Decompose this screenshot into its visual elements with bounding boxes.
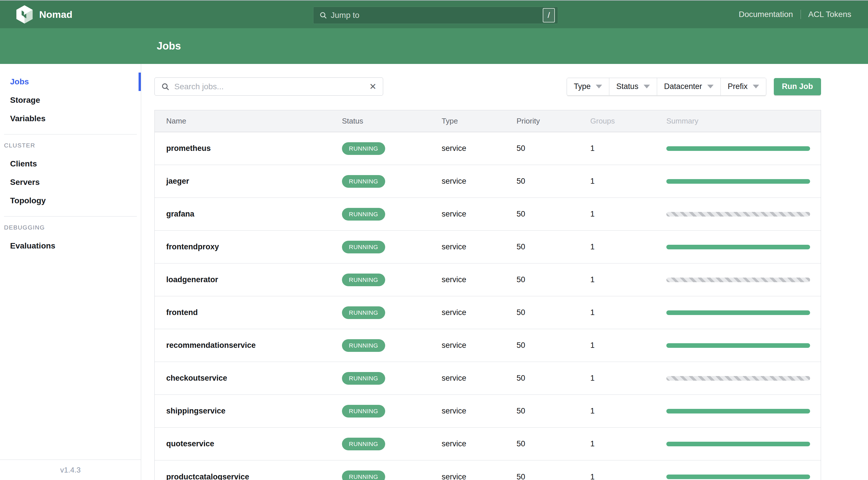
job-row-recommendationservice[interactable]: recommendationserviceRUNNINGservice501 — [155, 329, 821, 362]
job-priority: 50 — [517, 144, 590, 153]
job-priority: 50 — [517, 439, 590, 448]
job-groups: 1 — [590, 308, 666, 317]
documentation-link[interactable]: Documentation — [739, 10, 793, 19]
job-type: service — [442, 275, 517, 284]
job-row-loadgenerator[interactable]: loadgeneratorRUNNINGservice501 — [155, 263, 821, 296]
sidebar-item-storage[interactable]: Storage — [0, 91, 141, 109]
job-row-checkoutservice[interactable]: checkoutserviceRUNNINGservice501 — [155, 362, 821, 395]
job-summary-cell — [666, 245, 821, 249]
summary-bar — [666, 245, 810, 249]
job-row-productcatalogservice[interactable]: productcatalogserviceRUNNINGservice501 — [155, 460, 821, 480]
job-status-cell: RUNNING — [342, 339, 442, 352]
filter-prefix-dropdown[interactable]: Prefix — [720, 78, 766, 95]
summary-bar — [666, 146, 810, 151]
links-divider — [801, 10, 801, 19]
filter-datacenter-dropdown[interactable]: Datacenter — [657, 78, 720, 95]
summary-bar — [666, 409, 810, 414]
job-groups: 1 — [590, 439, 666, 448]
sidebar: JobsStorageVariablesCLUSTERClientsServer… — [0, 64, 141, 480]
status-badge: RUNNING — [342, 307, 385, 319]
status-badge: RUNNING — [342, 175, 385, 188]
job-groups: 1 — [590, 407, 666, 416]
column-header-status[interactable]: Status — [342, 117, 442, 126]
job-row-quoteservice[interactable]: quoteserviceRUNNINGservice501 — [155, 427, 821, 460]
nomad-logo-icon — [16, 5, 33, 24]
filter-type-dropdown[interactable]: Type — [567, 78, 609, 95]
sidebar-item-clients[interactable]: Clients — [0, 155, 141, 173]
job-name: shippingservice — [166, 407, 342, 416]
job-summary-cell — [666, 278, 821, 282]
job-row-jaeger[interactable]: jaegerRUNNINGservice501 — [155, 165, 821, 198]
job-status-cell: RUNNING — [342, 241, 442, 253]
status-badge: RUNNING — [342, 241, 385, 253]
job-summary-cell — [666, 179, 821, 184]
job-row-frontendproxy[interactable]: frontendproxyRUNNINGservice501 — [155, 231, 821, 263]
table-body: prometheusRUNNINGservice501jaegerRUNNING… — [155, 132, 821, 480]
brand-name: Nomad — [39, 9, 72, 20]
job-status-cell: RUNNING — [342, 208, 442, 221]
job-status-cell: RUNNING — [342, 372, 442, 385]
job-status-cell: RUNNING — [342, 274, 442, 286]
column-header-summary: Summary — [666, 117, 821, 126]
top-links: Documentation ACL Tokens — [739, 10, 851, 19]
brand-home-link[interactable]: Nomad — [16, 5, 72, 24]
sidebar-item-evaluations[interactable]: Evaluations — [0, 237, 141, 255]
jobs-search-box[interactable]: ✕ — [154, 77, 383, 96]
job-row-shippingservice[interactable]: shippingserviceRUNNINGservice501 — [155, 395, 821, 427]
job-row-grafana[interactable]: grafanaRUNNINGservice501 — [155, 198, 821, 231]
main-content: ✕ TypeStatusDatacenterPrefix Run Job Nam… — [141, 64, 868, 480]
job-groups: 1 — [590, 275, 666, 284]
filter-status-dropdown[interactable]: Status — [609, 78, 657, 95]
active-indicator — [138, 72, 141, 91]
status-badge: RUNNING — [342, 405, 385, 418]
filter-group: TypeStatusDatacenterPrefix — [567, 78, 766, 96]
sidebar-item-variables[interactable]: Variables — [0, 109, 141, 128]
job-priority: 50 — [517, 407, 590, 416]
job-row-prometheus[interactable]: prometheusRUNNINGservice501 — [155, 132, 821, 165]
chevron-down-icon — [596, 85, 602, 88]
job-groups: 1 — [590, 243, 666, 251]
job-name: frontendproxy — [166, 243, 342, 251]
status-badge: RUNNING — [342, 372, 385, 385]
acl-tokens-link[interactable]: ACL Tokens — [808, 10, 851, 19]
jump-to-input[interactable] — [331, 11, 543, 20]
job-name: productcatalogservice — [166, 473, 342, 480]
column-header-groups: Groups — [590, 117, 666, 126]
column-header-priority[interactable]: Priority — [517, 117, 590, 126]
sidebar-item-topology[interactable]: Topology — [0, 191, 141, 210]
job-name: jaeger — [166, 177, 342, 186]
job-row-frontend[interactable]: frontendRUNNINGservice501 — [155, 296, 821, 329]
jobs-search-input[interactable] — [174, 82, 369, 91]
job-name: checkoutservice — [166, 374, 342, 383]
job-priority: 50 — [517, 210, 590, 219]
job-name: recommendationservice — [166, 341, 342, 350]
search-icon — [161, 82, 170, 91]
job-type: service — [442, 308, 517, 317]
run-job-button[interactable]: Run Job — [774, 78, 821, 95]
summary-bar — [666, 376, 810, 381]
job-summary-cell — [666, 311, 821, 315]
sidebar-section-heading: CLUSTER — [0, 142, 141, 149]
sidebar-item-jobs[interactable]: Jobs — [0, 72, 141, 91]
top-navbar: Nomad / Documentation ACL Tokens — [0, 1, 868, 28]
job-groups: 1 — [590, 144, 666, 153]
version-label: v1.4.3 — [60, 466, 81, 475]
job-summary-cell — [666, 146, 821, 151]
chevron-down-icon — [753, 85, 759, 88]
controls-right: TypeStatusDatacenterPrefix Run Job — [567, 78, 821, 96]
column-header-name[interactable]: Name — [166, 117, 342, 126]
clear-search-icon[interactable]: ✕ — [369, 82, 376, 91]
sidebar-section-heading: DEBUGGING — [0, 224, 141, 231]
sidebar-divider — [4, 216, 137, 217]
job-priority: 50 — [517, 243, 590, 251]
job-status-cell: RUNNING — [342, 471, 442, 480]
status-badge: RUNNING — [342, 274, 385, 286]
search-icon — [319, 11, 327, 19]
job-summary-cell — [666, 442, 821, 446]
sidebar-item-servers[interactable]: Servers — [0, 173, 141, 191]
job-type: service — [442, 243, 517, 251]
page-header: Jobs — [0, 28, 868, 64]
jump-to-search[interactable]: / — [313, 7, 558, 24]
column-header-type[interactable]: Type — [442, 117, 517, 126]
status-badge: RUNNING — [342, 142, 385, 155]
